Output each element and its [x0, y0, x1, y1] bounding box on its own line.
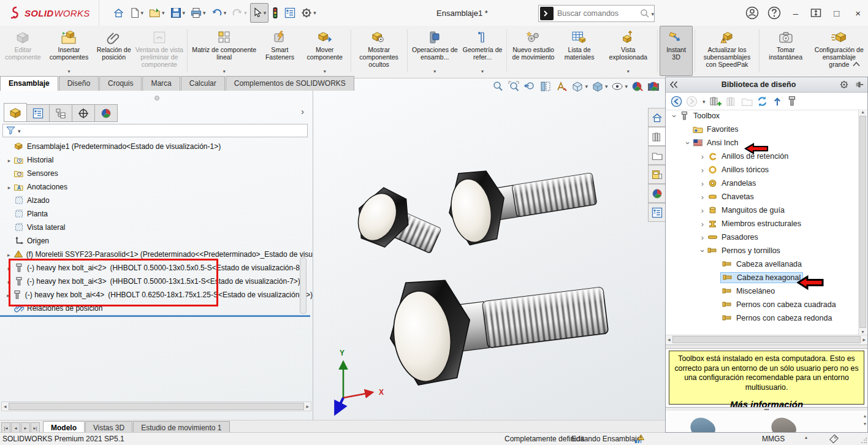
search-dropdown-caret[interactable]: [650, 9, 654, 18]
span-displays-icon[interactable]: [810, 8, 821, 18]
collapse-arrow[interactable]: [669, 112, 679, 121]
panel-resize-handle[interactable]: [154, 96, 159, 101]
library-item-pernos-cabeza-cuadrada[interactable]: Pernos con cabeza cuadrada: [666, 298, 859, 311]
tab-complementos[interactable]: Complementos de SOLIDWORKS: [226, 76, 354, 91]
expand-arrow[interactable]: [5, 183, 13, 191]
zoom-fit-button[interactable]: [491, 80, 504, 93]
collapse-arrow[interactable]: [683, 139, 693, 148]
library-item-arandelas[interactable]: Arandelas: [666, 177, 859, 190]
viewport-canvas[interactable]: Y X: [306, 78, 665, 420]
up-to-parent-button[interactable]: [772, 96, 783, 107]
display-style-button[interactable]: [591, 80, 609, 93]
graphics-viewport[interactable]: Y X: [306, 78, 665, 420]
ribbon-button-editar-componente[interactable]: Editar componente: [2, 26, 44, 76]
tree-item-historial[interactable]: Historial: [0, 153, 313, 167]
help-icon[interactable]: [767, 6, 781, 20]
taskpane-custom-properties-tab[interactable]: [648, 203, 665, 222]
units-selector[interactable]: MMGS: [762, 435, 785, 443]
scroll-right-arrow[interactable]: ▸: [862, 337, 866, 343]
preview-thumbnail-blue-bolt[interactable]: [687, 413, 718, 432]
tab-vistas-3d[interactable]: Vistas 3D: [85, 421, 132, 433]
tree-filter-bar[interactable]: [2, 124, 308, 137]
ribbon-button-nuevo-estudio-movimiento[interactable]: Nuevo estudio de movimiento: [509, 26, 558, 76]
library-item-pasadores[interactable]: Pasadores: [666, 230, 859, 244]
zoom-area-button[interactable]: [507, 80, 520, 93]
library-item-pernos-cabeza-redonda[interactable]: Pernos con cabeza redonda: [666, 311, 859, 325]
dimxpert-manager-tab[interactable]: [72, 104, 95, 122]
save-button[interactable]: [168, 3, 188, 23]
tree-item-vista-lateral[interactable]: Vista lateral: [0, 221, 313, 234]
new-document-button[interactable]: [128, 3, 147, 23]
section-view-button[interactable]: [539, 80, 552, 93]
ribbon-button-operaciones-de-ensamblaje[interactable]: Operaciones de ensamb...: [409, 26, 460, 76]
file-properties-button[interactable]: [282, 3, 298, 23]
ribbon-button-mostrar-componentes-ocultos[interactable]: Mostrar componentes ocultos: [353, 26, 405, 76]
scroll-left-arrow[interactable]: ◂: [668, 337, 671, 343]
ribbon-button-vista-explosionada[interactable]: Vista explosionada: [601, 26, 655, 76]
maximize-button[interactable]: □: [830, 8, 843, 18]
back-button[interactable]: [671, 96, 682, 107]
ribbon-button-instant-3d[interactable]: Instant 3D: [660, 26, 693, 76]
open-document-button[interactable]: [147, 3, 167, 23]
open-location-button[interactable]: [741, 96, 753, 107]
ribbon-button-smart-fasteners[interactable]: Smart Fasteners: [259, 26, 301, 76]
scroll-down-arrow[interactable]: ▾: [861, 329, 864, 335]
configuration-manager-tab[interactable]: [49, 104, 72, 122]
previous-view-button[interactable]: [523, 80, 536, 93]
taskpane-file-explorer-tab[interactable]: [648, 146, 665, 165]
tab-modelo[interactable]: Modelo: [43, 421, 85, 433]
minimize-button[interactable]: –: [790, 8, 802, 18]
add-file-location-button[interactable]: [709, 96, 722, 107]
library-item-miembros-estructurales[interactable]: Miembros estructurales: [666, 217, 859, 230]
scroll-right-arrow[interactable]: ▸: [306, 403, 309, 409]
tree-item-alzado[interactable]: Alzado: [0, 194, 313, 207]
tab-estudio-movimiento[interactable]: Estudio de movimiento 1: [133, 421, 229, 433]
library-item-chavetas[interactable]: Chavetas: [666, 190, 859, 203]
library-options-gear-icon[interactable]: [839, 80, 849, 89]
library-item-toolbox[interactable]: Toolbox: [666, 109, 859, 123]
library-item-favorites[interactable]: Favorites: [666, 123, 859, 136]
scroll-up-arrow[interactable]: ▴: [861, 109, 864, 115]
edit-appearance-button[interactable]: [631, 80, 644, 93]
apply-scene-button[interactable]: [647, 80, 660, 93]
collapse-arrow[interactable]: [698, 192, 707, 202]
collapse-arrow[interactable]: [698, 206, 707, 215]
library-item-cabeza-hexagonal[interactable]: Cabeza hexagonal: [666, 271, 859, 284]
refresh-button[interactable]: [756, 96, 768, 107]
scrollbar-thumb[interactable]: [9, 403, 305, 410]
ribbon-button-matriz-componente-lineal[interactable]: Matriz de componente lineal: [189, 26, 259, 76]
scrollbar-thumb[interactable]: [672, 336, 861, 343]
ribbon-button-lista-de-materiales[interactable]: Lista de materiales: [558, 26, 601, 76]
taskpane-home-tab[interactable]: [648, 108, 665, 127]
units-caret-icon[interactable]: ▴: [805, 435, 807, 440]
scroll-up-arrow[interactable]: ▴: [864, 413, 866, 419]
library-item-anillos-toricos[interactable]: Anillos tóricos: [666, 163, 859, 177]
scrollbar-thumb[interactable]: [859, 116, 866, 328]
taskpane-view-palette-tab[interactable]: [648, 165, 665, 184]
tree-item-sensores[interactable]: Sensores: [0, 167, 313, 180]
library-item-manguitos-guia[interactable]: Manguitos de guía: [666, 203, 859, 217]
rebuild-button[interactable]: [269, 3, 281, 23]
ribbon-button-geometria-de-referencia[interactable]: Geometría de refer...: [460, 26, 504, 76]
redo-button[interactable]: [229, 3, 249, 23]
preview-thumbnail-gray-bolt[interactable]: [767, 413, 799, 432]
bolt-long[interactable]: [384, 259, 612, 388]
expand-arrow[interactable]: [5, 250, 13, 259]
library-horizontal-scrollbar[interactable]: ◂▸: [666, 335, 867, 344]
tab-calcular[interactable]: Calcular: [181, 76, 225, 91]
search-input[interactable]: [556, 9, 640, 18]
scroll-down-arrow[interactable]: ▾: [864, 421, 866, 427]
featuremanager-tree-tab[interactable]: [4, 103, 27, 122]
property-manager-tab[interactable]: [26, 104, 50, 122]
library-item-cabeza-avellanada[interactable]: Cabeza avellanada: [666, 257, 859, 271]
ribbon-button-insertar-componentes[interactable]: Insertar componentes: [44, 26, 94, 76]
collapse-arrow[interactable]: [698, 219, 707, 229]
ribbon-button-ventana-vista-preliminar[interactable]: Ventana de vista preliminar de component…: [133, 26, 185, 76]
view-orientation-button[interactable]: [571, 80, 588, 93]
options-button[interactable]: [299, 3, 319, 23]
tab-ensamblaje[interactable]: Ensamblaje: [0, 76, 58, 91]
tree-horizontal-scrollbar[interactable]: ◂ ▸: [1, 401, 311, 411]
display-manager-tab[interactable]: [94, 104, 118, 122]
collapse-arrow[interactable]: [698, 179, 707, 188]
ribbon-button-actualizar-speedpak[interactable]: Actualizar los subensamblajes con SpeedP…: [697, 26, 757, 76]
